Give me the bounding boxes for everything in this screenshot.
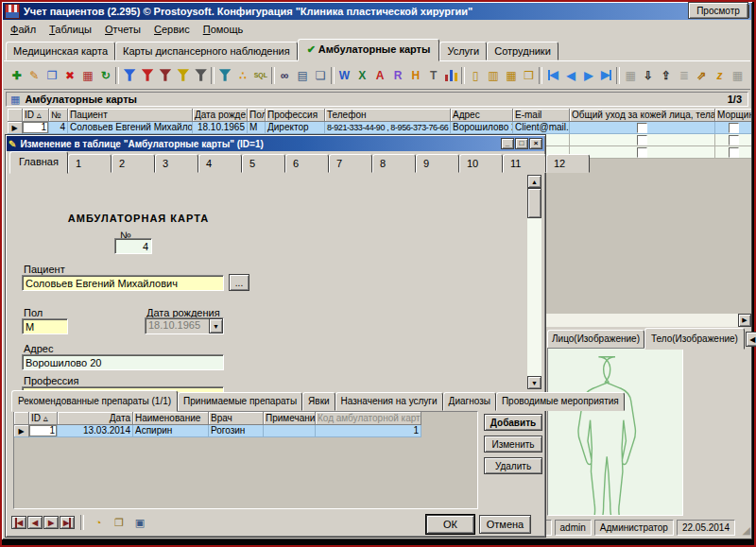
grid-cell[interactable] [570,122,715,134]
grid-cell[interactable] [570,134,715,146]
column-header[interactable]: Пол [248,109,266,122]
history-icon[interactable]: ◔ [89,515,108,530]
new-record-icon[interactable]: ✚ [8,66,26,85]
child-tab[interactable]: Рекомендованные препараты (1/1) [11,390,178,412]
grid-cell[interactable]: 1 [29,425,58,437]
view-columns-icon[interactable]: ▥ [485,66,503,85]
nav-last-icon[interactable]: ▶ [597,66,615,85]
grid-cell[interactable]: 13.03.2014 [58,425,133,437]
dialog-tab[interactable]: 12 [546,154,590,173]
template-icon[interactable]: ❐ [110,515,129,530]
grid-cell[interactable]: Соловьев Евгений Михайлович [68,122,193,134]
add-button[interactable]: Добавить [484,414,542,431]
dialog-tab[interactable]: 5 [242,154,285,173]
sex-field[interactable] [22,318,68,334]
column-header[interactable]: Код амбулаторной карты [316,412,421,425]
grid-cell[interactable]: 4 [49,122,68,134]
edit-button[interactable]: Изменить [484,436,542,453]
filter-delete-icon[interactable] [139,66,157,85]
column-header[interactable]: Примечание [264,412,316,425]
column-header[interactable]: Пациент [68,109,193,122]
scroll-down-button[interactable]: ▼ [527,376,541,389]
nav-next-icon[interactable]: ▶ [579,66,597,85]
export-pdf-icon[interactable]: A [371,66,389,85]
child-tab[interactable]: Принимаемые препараты [178,392,302,411]
menu-item[interactable]: Помощь [197,22,250,37]
dialog-tab[interactable]: 7 [329,154,372,173]
row-selector[interactable]: ▶ [8,122,23,134]
export-html-icon[interactable]: H [406,66,424,85]
scroll-right-button[interactable]: ▶ [738,314,751,327]
grid-cell[interactable]: М [248,122,266,134]
column-header[interactable] [14,412,29,425]
filter-view-icon[interactable] [216,66,234,85]
chart-icon[interactable] [442,66,460,85]
grid-cell[interactable]: Client@mail.ru [513,122,570,134]
filter-edit-icon[interactable] [174,66,192,85]
toolbar-separator[interactable] [329,66,335,85]
send-icon[interactable]: ⇗ [693,66,711,85]
record-last-button[interactable]: ▶ [60,516,75,529]
export-icon[interactable]: ⇪ [657,66,675,85]
export-excel-icon[interactable]: X [353,66,371,85]
patient-field[interactable] [22,275,224,291]
dialog-tab[interactable]: 8 [372,154,416,173]
delete-button[interactable]: Удалить [484,457,542,474]
scroll-up-button[interactable]: ▲ [527,175,541,188]
resize-grip[interactable]: ◢ [743,524,750,537]
birthdate-combo[interactable]: 18.10.1965 ▼ [145,317,224,334]
record-next-button[interactable]: ▶ [43,516,59,529]
toolbar-separator[interactable] [538,66,544,85]
column-header[interactable]: Адрес [451,109,513,122]
nav-first-icon[interactable]: ◀ [544,66,562,85]
toolbar-separator[interactable] [114,66,121,85]
checkbox[interactable] [637,135,647,145]
import-icon[interactable]: ⇩ [640,66,658,85]
menu-item[interactable]: Файл [4,22,43,37]
checkbox[interactable] [729,123,739,133]
checkbox[interactable] [729,135,739,145]
dialog-tab[interactable]: 2 [112,154,155,173]
grid-cell[interactable] [715,122,751,134]
sql-icon[interactable]: SQL [251,66,269,85]
grid-cell[interactable] [570,146,715,159]
scrollbar-thumb[interactable] [527,188,541,218]
nav-prev-icon[interactable]: ◀ [562,66,580,85]
tab-face-image[interactable]: Лицо(Изображение) [547,330,644,349]
delete-record-icon[interactable]: ✖ [61,66,79,85]
column-header[interactable]: Врач [209,412,264,425]
column-header[interactable]: Профессия [266,109,325,122]
filter-clear-icon[interactable] [156,66,174,85]
column-header[interactable]: Телефон [325,109,451,122]
toolbar-separator[interactable] [460,66,467,85]
menu-item[interactable]: Сервис [147,22,197,37]
filter-save-icon[interactable] [192,66,210,85]
refresh-icon[interactable]: ↻ [96,66,114,85]
grid-cell[interactable]: 8-921-333-44-90 , 8-956-373-76-66 [325,122,451,134]
clear-table-icon[interactable]: ▦ [78,66,96,85]
column-header[interactable]: E-mail [513,109,570,122]
child-tab[interactable]: Назначения на услуги [335,392,443,411]
child-tab[interactable]: Явки [302,392,335,411]
copy-record-icon[interactable]: ❐ [43,66,61,85]
column-header[interactable]: Общий уход за кожей лица, тела [570,109,715,122]
dialog-close-button[interactable]: × [529,138,542,149]
column-header[interactable]: Морщины [715,109,751,122]
toolbar-separator[interactable] [210,66,216,85]
menu-item[interactable]: Отчеты [98,22,147,37]
grid-cell[interactable]: 1 [23,122,49,134]
ok-button[interactable]: ОК [426,515,474,534]
record-first-button[interactable]: ◀ [11,516,26,529]
dialog-tab-main[interactable]: Главная [9,151,68,174]
script-icon[interactable]: ≣ [675,66,693,85]
chevron-down-icon[interactable]: ▼ [209,318,223,333]
tab-scroll-left-button[interactable]: ◀ [746,332,756,347]
address-field[interactable] [22,354,224,370]
number-field[interactable] [114,238,152,254]
grid-cell[interactable] [264,425,316,437]
archive-icon[interactable]: z [711,66,729,85]
export-rtf-icon[interactable]: R [389,66,407,85]
dialog-tab[interactable]: 9 [416,154,459,173]
grid-cell[interactable]: Аспирин [133,425,209,437]
main-tab[interactable]: Медицинская карта [6,42,115,60]
